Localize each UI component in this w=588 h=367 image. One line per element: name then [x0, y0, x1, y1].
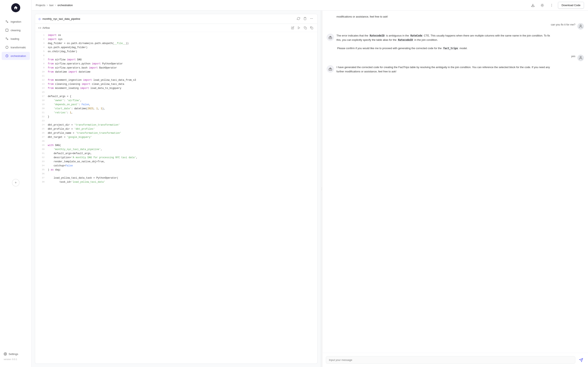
more-options-button[interactable]: [549, 2, 555, 8]
sidebar-item-loading[interactable]: loading: [2, 35, 30, 43]
svg-rect-22: [311, 27, 313, 29]
sidebar: ingestion cleaning loading transformatic…: [0, 0, 32, 367]
copy-block-button[interactable]: [303, 25, 308, 30]
add-pipeline-button[interactable]: +: [12, 179, 19, 186]
line-number: 22: [38, 115, 44, 119]
line-content: 'retries': 1,: [48, 111, 73, 115]
line-content: default_args = {: [48, 95, 71, 99]
line-content: }: [48, 115, 49, 119]
download-icon-button[interactable]: [530, 2, 536, 8]
svg-point-29: [330, 69, 330, 70]
code-line: 1import os: [35, 34, 317, 38]
user-message-2-text: yes: [571, 55, 575, 58]
code-line: 7from airflow import DAG: [35, 58, 317, 62]
refresh-pipeline-button[interactable]: [296, 16, 301, 22]
breadcrumb-current: orchestration: [57, 4, 73, 7]
settings-label: Settings: [9, 352, 18, 356]
line-number: 29: [38, 144, 44, 148]
breadcrumb: Projects > taxi > orchestration: [36, 4, 73, 7]
svg-rect-28: [329, 69, 332, 70]
download-code-button[interactable]: Download Code: [558, 2, 584, 8]
copy-all-button[interactable]: [309, 25, 314, 30]
line-number: 21: [38, 111, 44, 115]
pipeline-name: monthly_nyc_taxi_data_pipeline: [43, 17, 80, 20]
svg-rect-21: [305, 27, 307, 29]
home-logo-button[interactable]: [11, 3, 20, 12]
line-number: 4: [38, 46, 44, 50]
more-pipeline-options-button[interactable]: [309, 16, 314, 22]
svg-point-15: [552, 5, 552, 5]
svg-point-26: [331, 38, 331, 38]
lang-label: Airflow: [43, 26, 50, 29]
line-content: dag_folder = os.path.dirname(os.path.abs…: [48, 42, 129, 46]
version-label: version: 0.0.1: [4, 357, 28, 361]
run-code-button[interactable]: [297, 25, 301, 30]
line-number: 24: [38, 124, 44, 127]
theme-toggle-button[interactable]: [539, 2, 545, 8]
sidebar-item-cleaning-label: cleaning: [11, 29, 20, 32]
line-number: 19: [38, 103, 44, 107]
line-content: from movement_loading import load_data_t…: [48, 87, 121, 91]
send-message-button[interactable]: [577, 356, 585, 364]
code-toolbar: Airflow: [35, 24, 317, 32]
svg-point-19: [312, 18, 313, 19]
line-number: 30: [38, 148, 44, 152]
code-line: 15: [35, 91, 317, 95]
sidebar-item-loading-label: loading: [11, 37, 19, 40]
code-line: 3dag_folder = os.path.dirname(os.path.ab…: [35, 42, 317, 46]
line-content: catchup=False: [48, 164, 73, 168]
sidebar-item-transformatic-label: transformatic: [11, 46, 26, 49]
line-number: 15: [38, 91, 44, 95]
pipeline-actions: [296, 16, 314, 22]
line-content: from airflow.operators.python import Pyt…: [48, 62, 123, 66]
svg-point-3: [5, 354, 6, 354]
sidebar-item-ingestion-label: ingestion: [11, 20, 21, 23]
code-line: 17default_args = {: [35, 95, 317, 99]
code-line: 38 task_id='load_yellow_taxi_data': [35, 180, 317, 184]
breadcrumb-taxi[interactable]: taxi: [49, 4, 53, 7]
header-actions: Download Code: [530, 2, 584, 8]
line-content: with DAG(: [48, 144, 61, 148]
chat-input-field[interactable]: [326, 356, 575, 364]
line-number: 1: [38, 34, 44, 38]
code-line: 6: [35, 54, 317, 58]
line-number: 23: [38, 119, 44, 123]
bot-message-1-text: modifications or assistance, feel free t…: [337, 15, 388, 19]
line-content: from airflow.operators.bash import BashO…: [48, 67, 117, 70]
sidebar-item-orchestration[interactable]: orchestration: [2, 52, 30, 60]
breadcrumb-sep2: >: [55, 4, 56, 7]
line-content: 'owner': 'airflow',: [48, 99, 82, 103]
line-number: 2: [38, 38, 44, 42]
bot-avatar-2: [327, 34, 334, 41]
code-line: 11: [35, 75, 317, 78]
resize-handle[interactable]: [321, 11, 323, 367]
code-line: 37 load_yellow_taxi_data_task = PythonOp…: [35, 176, 317, 180]
line-number: 20: [38, 107, 44, 111]
delete-pipeline-button[interactable]: [303, 16, 307, 22]
breadcrumb-projects[interactable]: Projects: [36, 4, 45, 7]
settings-button[interactable]: Settings: [4, 351, 28, 357]
line-content: from cleaning_cleaning import clean_yell…: [48, 83, 124, 86]
line-content: import sys: [48, 38, 62, 42]
sidebar-item-ingestion[interactable]: ingestion: [2, 17, 30, 26]
line-content: description='A monthly DAG for processin…: [48, 156, 138, 160]
code-line: 20 'start_date': datetime(2023, 1, 1),: [35, 107, 317, 111]
line-content: dbt_project_dir = 'transformation_transf…: [48, 124, 120, 127]
code-line: 28: [35, 140, 317, 144]
line-content: task_id='load_yellow_taxi_data': [48, 181, 105, 184]
line-content: from movement_ingestion import load_yell…: [48, 79, 136, 82]
line-content: dbt_profile_dir = 'dbt_profiles': [48, 128, 95, 131]
code-toolbar-actions: [290, 25, 314, 30]
code-area[interactable]: 1import os2import sys3dag_folder = os.pa…: [35, 32, 317, 364]
code-line: 19 'depends_on_past': False,: [35, 103, 317, 107]
svg-line-13: [543, 4, 544, 4]
sidebar-item-transformatic[interactable]: transformatic: [2, 43, 30, 51]
sidebar-item-orchestration-label: orchestration: [11, 54, 26, 58]
sidebar-item-cleaning[interactable]: cleaning: [2, 26, 30, 34]
code-line: 22}: [35, 115, 317, 119]
code-line: 5os.chdir(dag_folder): [35, 50, 317, 54]
edit-code-button[interactable]: [290, 25, 295, 30]
code-line: 2import sys: [35, 38, 317, 42]
svg-line-9: [543, 6, 544, 6]
pipeline-title: ⊙ monthly_nyc_taxi_data_pipeline: [38, 17, 80, 21]
